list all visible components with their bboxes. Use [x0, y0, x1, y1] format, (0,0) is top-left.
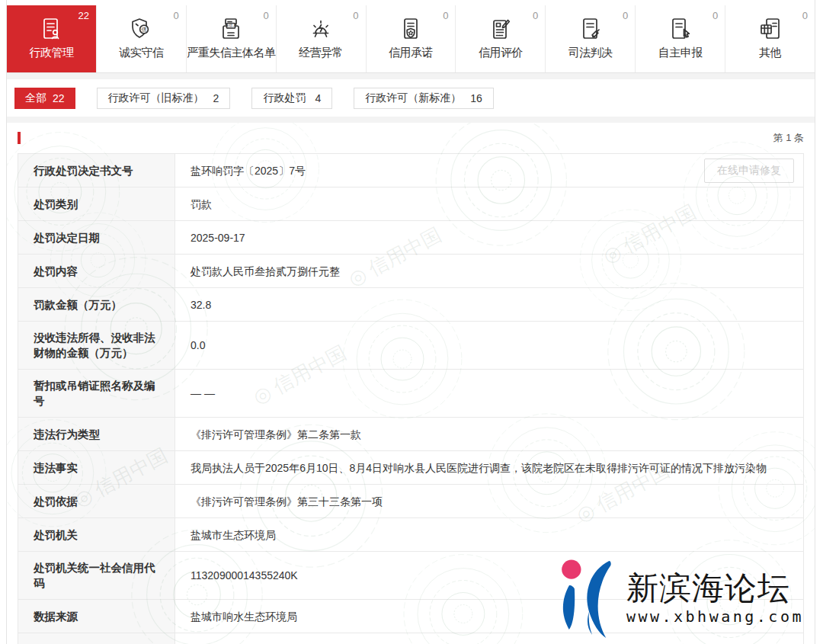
tab-credit-evaluation[interactable]: 0信用评价 — [456, 5, 546, 72]
tab-count: 0 — [713, 10, 718, 21]
filter-all[interactable]: 全部22 — [14, 88, 75, 109]
field-value: 罚款 — [191, 197, 212, 212]
tab-count: 0 — [623, 10, 628, 21]
logo-title: 新滨海论坛 — [626, 571, 804, 606]
table-row: 处罚决定日期2025-09-17 — [18, 221, 803, 255]
tab-judicial-judgment[interactable]: 0司法判决 — [546, 5, 636, 72]
tab-count: 0 — [174, 10, 179, 21]
field-value: 盐城市响水生态环境局 — [191, 609, 297, 624]
field-value: 11320900014355240K — [191, 568, 298, 583]
tab-label: 经营异常 — [299, 46, 343, 60]
online-repair-button[interactable]: 在线申请修复 — [704, 159, 794, 183]
tab-count: 0 — [802, 10, 808, 21]
logo-mark — [550, 558, 620, 639]
doc-hand-icon — [667, 16, 694, 43]
filter-admin-penalty[interactable]: 行政处罚4 — [251, 88, 332, 109]
tab-count: 0 — [263, 10, 268, 21]
field-label: 罚款金额（万元） — [18, 288, 175, 321]
table-row: 处罚类别罚款 — [18, 187, 803, 221]
filter-admin-license-new[interactable]: 行政许可（新标准）16 — [354, 88, 494, 109]
field-value: 盐环响罚字〔2025〕7号 — [191, 163, 306, 178]
table-row: 违法行为类型《排污许可管理条例》第二条第一款 — [18, 418, 803, 451]
page: 22行政管理0信诚实守信0失信人严重失信主体名单0经营异常0信用承诺0信用评价0… — [6, 0, 815, 644]
record-header: 第 1 条 — [7, 123, 815, 153]
field-label: 行政处罚决定书文号 — [18, 154, 175, 187]
field-value: 0.0 — [191, 338, 205, 353]
tab-label: 诚实守信 — [119, 46, 163, 60]
category-tab-bar: 22行政管理0信诚实守信0失信人严重失信主体名单0经营异常0信用承诺0信用评价0… — [7, 5, 815, 73]
tab-self-declaration[interactable]: 0自主申报 — [636, 5, 725, 72]
field-label: 处罚机关统一社会信用代码 — [18, 552, 175, 599]
tab-count: 22 — [78, 10, 88, 21]
tab-label: 严重失信主体名单 — [187, 46, 275, 60]
tab-administrative-management[interactable]: 22行政管理 — [7, 5, 97, 72]
tab-honesty-trustworthy[interactable]: 0信诚实守信 — [97, 5, 187, 72]
field-value: — — — [191, 386, 215, 401]
field-label: 处罚机关 — [18, 518, 175, 551]
table-row: 处罚依据《排污许可管理条例》第三十三条第一项 — [18, 485, 803, 518]
filter-label: 行政许可（新标准） — [365, 91, 461, 105]
filter-count: 4 — [315, 92, 321, 104]
field-value: 《排污许可管理条例》第三十三条第一项 — [191, 494, 383, 509]
separator-band — [7, 117, 815, 123]
filter-bar: 全部22行政许可（旧标准）2行政处罚4行政许可（新标准）16 — [7, 79, 815, 117]
tab-label: 信用评价 — [479, 46, 523, 60]
field-label: 违法事实 — [18, 451, 175, 484]
filter-label: 行政处罚 — [263, 91, 306, 105]
tab-credit-commitment[interactable]: 0信用承诺 — [367, 5, 456, 72]
dishonest-box-icon: 失信人 — [217, 16, 245, 43]
tab-label: 信用承诺 — [389, 46, 433, 60]
table-row: 处罚机关盐城市生态环境局 — [18, 518, 803, 552]
shield-badge-icon: 信 — [127, 16, 155, 43]
field-value: 2025-09-17 — [191, 230, 245, 245]
table-row: 违法事实我局执法人员于2025年6月10日、8月4日对响水县人民医院进行调查，该… — [18, 451, 803, 485]
tab-dishonest-entity-list[interactable]: 0失信人严重失信主体名单 — [187, 5, 277, 72]
top-strip — [7, 0, 815, 5]
field-label: 处罚内容 — [18, 255, 175, 287]
separator-band — [7, 73, 815, 79]
tab-count: 0 — [443, 10, 448, 21]
doc-grid-icon — [757, 16, 784, 43]
tab-count: 0 — [353, 10, 358, 21]
filter-count: 22 — [53, 92, 65, 104]
filter-label: 全部 — [25, 91, 46, 105]
field-label: 处罚类别 — [18, 187, 175, 220]
field-value: 处罚款人民币叁拾贰万捌仟元整 — [191, 264, 340, 279]
field-value: 盐城市生态环境局 — [191, 527, 276, 543]
field-value: 我局执法人员于2025年6月10日、8月4日对响水县人民医院进行调查，该院老院区… — [191, 460, 767, 476]
field-label: 处罚决定日期 — [18, 221, 175, 254]
logo-text-block: 新滨海论坛 www.xbhwang.com — [626, 571, 804, 626]
tab-count: 0 — [533, 10, 538, 21]
field-value: 32.8 — [191, 297, 211, 312]
table-row: 罚款金额（万元）32.8 — [18, 288, 803, 322]
tab-label: 司法判决 — [568, 46, 613, 60]
filter-label: 行政许可（旧标准） — [108, 91, 204, 105]
field-label — [18, 633, 175, 644]
record-index: 第 1 条 — [773, 131, 804, 145]
tab-label: 自主申报 — [658, 46, 703, 60]
tab-other[interactable]: 0其他 — [725, 5, 815, 72]
field-value: 《排污许可管理条例》第二条第一款 — [191, 427, 361, 442]
alarm-icon — [307, 16, 335, 43]
doc-seal-icon — [577, 16, 604, 43]
table-row: 行政处罚决定书文号盐环响罚字〔2025〕7号在线申请修复 — [18, 154, 803, 187]
table-row: 没收违法所得、没收非法财物的金额（万元）0.0 — [18, 322, 803, 370]
tab-label: 其他 — [759, 46, 781, 60]
filter-count: 2 — [213, 92, 219, 104]
table-row: 暂扣或吊销证照名称及编号— — — [18, 370, 803, 418]
field-label: 暂扣或吊销证照名称及编号 — [18, 370, 175, 417]
field-label: 处罚依据 — [18, 485, 175, 517]
content-panel: 第 1 条 行政处罚决定书文号盐环响罚字〔2025〕7号在线申请修复处罚类别罚款… — [7, 123, 815, 644]
doc-stamp-icon — [37, 16, 65, 43]
site-logo: 新滨海论坛 www.xbhwang.com — [550, 558, 804, 639]
doc-pencil-icon — [487, 16, 514, 43]
field-label: 没收违法所得、没收非法财物的金额（万元） — [18, 322, 175, 369]
field-label: 违法行为类型 — [18, 418, 175, 450]
tab-label: 行政管理 — [29, 46, 73, 60]
filter-admin-license-old[interactable]: 行政许可（旧标准）2 — [97, 88, 231, 109]
table-row: 处罚内容处罚款人民币叁拾贰万捌仟元整 — [18, 255, 803, 288]
tab-abnormal-operation[interactable]: 0经营异常 — [277, 5, 367, 72]
field-label: 数据来源 — [18, 600, 175, 633]
logo-url: www.xbhwang.com — [626, 607, 804, 626]
section-marker — [18, 132, 21, 144]
